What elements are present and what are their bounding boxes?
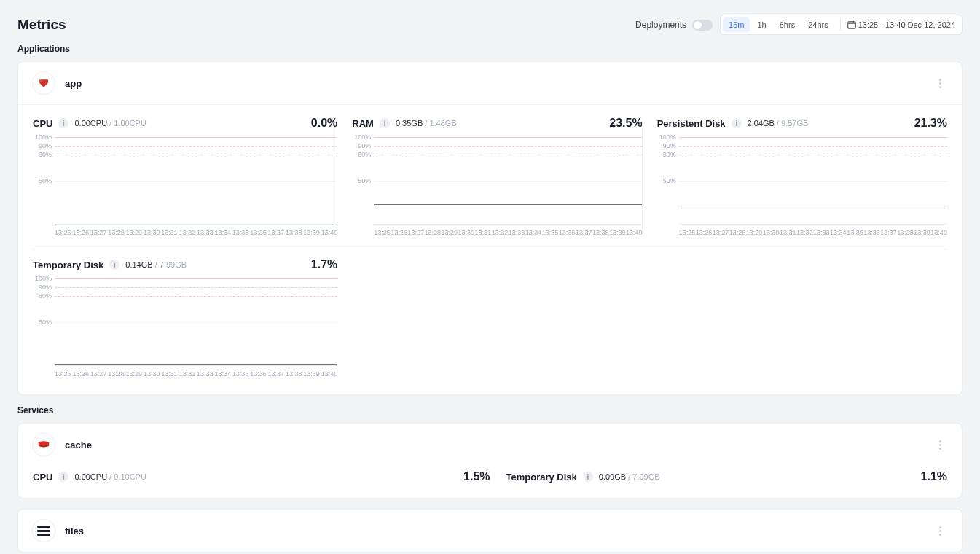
metric-chart: 100%90%80%50%13:2513:2613:2713:2813:2913… xyxy=(352,137,642,239)
files-name: files xyxy=(65,526,84,537)
ylabel: 90% xyxy=(39,284,52,291)
xlabel: 13:29 xyxy=(442,229,458,239)
ruby-icon xyxy=(38,77,50,89)
xlabel: 13:37 xyxy=(880,229,897,239)
xlabel: 13:36 xyxy=(559,229,576,239)
deployments-label: Deployments xyxy=(635,20,686,30)
metric-temporary-disk: Temporary Diski0.14GB / 7.99GB1.7%100%90… xyxy=(33,249,337,384)
ylabel: 80% xyxy=(663,151,676,158)
ylabel: 50% xyxy=(358,177,371,184)
storage-icon xyxy=(37,526,50,536)
range-1h[interactable]: 1h xyxy=(751,17,772,32)
date-range-label[interactable]: 13:25 - 13:40 Dec 12, 2024 xyxy=(858,20,960,29)
xlabel: 13:28 xyxy=(108,370,125,381)
page-title: Metrics xyxy=(17,17,66,33)
metric-percent: 23.5% xyxy=(609,117,642,130)
xlabel: 13:40 xyxy=(930,229,947,239)
range-8hrs[interactable]: 8hrs xyxy=(774,17,801,32)
applications-heading: Applications xyxy=(17,44,963,54)
metric-usage: 0.00CPU / 1.00CPU xyxy=(74,119,146,128)
xlabel: 13:26 xyxy=(72,229,89,239)
xlabel: 13:38 xyxy=(286,229,302,239)
metric-ram: RAMi0.35GB / 1.48GB23.5%100%90%80%50%13:… xyxy=(337,108,642,243)
metric-name: CPU xyxy=(33,118,52,129)
info-icon[interactable]: i xyxy=(583,472,593,482)
xlabel: 13:37 xyxy=(268,370,285,381)
info-icon[interactable]: i xyxy=(58,118,68,128)
xlabel: 13:40 xyxy=(626,229,643,239)
xlabel: 13:31 xyxy=(161,370,178,381)
metric-percent: 21.3% xyxy=(914,117,947,130)
metric-usage: 0.00CPU / 0.10CPU xyxy=(74,472,146,481)
metric-chart: 100%90%80%50%13:2513:2613:2713:2813:2913… xyxy=(33,278,337,381)
xlabel: 13:33 xyxy=(509,229,525,239)
xlabel: 13:38 xyxy=(897,229,914,239)
metric-usage: 0.09GB / 7.99GB xyxy=(599,472,660,481)
services-heading: Services xyxy=(17,405,963,416)
xlabel: 13:31 xyxy=(780,229,796,239)
files-icon-badge xyxy=(33,520,55,542)
ylabel: 90% xyxy=(663,142,676,149)
deployments-toggle[interactable] xyxy=(692,20,713,31)
xlabel: 13:35 xyxy=(847,229,863,239)
info-icon[interactable]: i xyxy=(732,118,742,128)
cache-icon-badge xyxy=(33,434,55,456)
metric-name: CPU xyxy=(33,472,52,483)
range-24hrs[interactable]: 24hrs xyxy=(802,17,834,32)
ylabel: 90% xyxy=(358,142,371,149)
metric-name: Temporary Disk xyxy=(506,472,577,483)
range-15m[interactable]: 15m xyxy=(723,17,750,32)
xlabel: 13:32 xyxy=(796,229,813,239)
xlabel: 13:27 xyxy=(90,370,107,381)
app-name: app xyxy=(65,78,82,89)
xlabel: 13:26 xyxy=(72,370,89,381)
metric-name: RAM xyxy=(352,118,374,129)
cache-metric-temporary-disk: Temporary Diski0.09GB / 7.99GB1.1% xyxy=(490,466,948,488)
xlabel: 13:29 xyxy=(746,229,763,239)
xlabel: 13:34 xyxy=(214,370,231,381)
ylabel: 50% xyxy=(39,319,52,326)
xlabel: 13:40 xyxy=(321,229,338,239)
cache-card: cache CPUi0.00CPU / 0.10CPU1.5%Temporary… xyxy=(17,423,963,499)
xlabel: 13:26 xyxy=(696,229,713,239)
cache-name: cache xyxy=(65,440,92,450)
xlabel: 13:27 xyxy=(713,229,729,239)
xlabel: 13:35 xyxy=(232,370,249,381)
xlabel: 13:39 xyxy=(303,229,320,239)
ylabel: 80% xyxy=(39,292,52,300)
info-icon[interactable]: i xyxy=(380,118,390,128)
info-icon[interactable]: i xyxy=(58,472,68,482)
xlabel: 13:33 xyxy=(197,370,213,381)
metric-chart: 100%90%80%50%13:2513:2613:2713:2813:2913… xyxy=(657,137,947,239)
ylabel: 100% xyxy=(35,133,52,141)
xlabel: 13:25 xyxy=(55,370,71,381)
xlabel: 13:33 xyxy=(197,229,213,239)
xlabel: 13:40 xyxy=(321,370,338,381)
ylabel: 50% xyxy=(663,177,676,184)
xlabel: 13:32 xyxy=(179,229,196,239)
xlabel: 13:25 xyxy=(55,229,71,239)
xlabel: 13:26 xyxy=(391,229,407,239)
xlabel: 13:29 xyxy=(126,229,143,239)
xlabel: 13:32 xyxy=(179,370,196,381)
xlabel: 13:35 xyxy=(542,229,559,239)
info-icon[interactable]: i xyxy=(109,260,119,270)
xlabel: 13:36 xyxy=(863,229,880,239)
xlabel: 13:28 xyxy=(108,229,125,239)
xlabel: 13:25 xyxy=(679,229,696,239)
xlabel: 13:37 xyxy=(268,229,285,239)
metric-percent: 1.5% xyxy=(463,470,490,483)
xlabel: 13:29 xyxy=(126,370,143,381)
metric-usage: 2.04GB / 9.57GB xyxy=(748,119,809,128)
svg-rect-0 xyxy=(847,22,855,28)
xlabel: 13:31 xyxy=(161,229,178,239)
cache-more-button[interactable] xyxy=(933,437,947,452)
xlabel: 13:35 xyxy=(232,229,249,239)
app-more-button[interactable] xyxy=(933,76,947,90)
xlabel: 13:30 xyxy=(144,370,160,381)
ylabel: 80% xyxy=(39,151,52,158)
metric-name: Persistent Disk xyxy=(657,118,726,129)
xlabel: 13:27 xyxy=(407,229,424,239)
files-more-button[interactable] xyxy=(933,523,947,538)
xlabel: 13:34 xyxy=(214,229,231,239)
